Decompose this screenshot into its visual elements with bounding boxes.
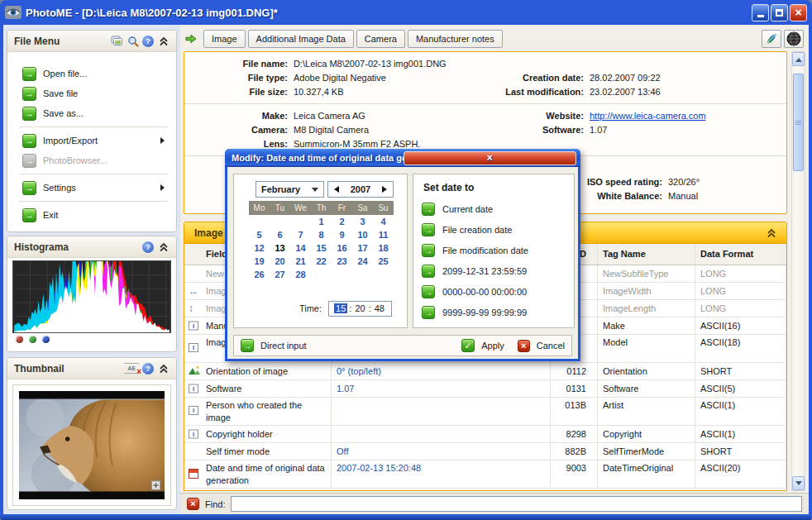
day-cell-18[interactable]: 18 — [373, 241, 394, 255]
set-date-option-current-date[interactable]: Current date — [422, 203, 569, 216]
dialog-close-button[interactable]: × — [404, 151, 577, 165]
id-cell: 8298 — [551, 426, 598, 442]
day-cell-12[interactable]: 12 — [249, 241, 270, 255]
tab-image[interactable]: Image — [203, 30, 246, 48]
auto-exposure-off-icon[interactable]: AE× — [124, 363, 139, 374]
day-cell-16[interactable]: 16 — [332, 241, 352, 255]
collapse-panel-icon[interactable] — [157, 241, 170, 253]
day-cell-13[interactable]: 13 — [270, 241, 290, 255]
time-field[interactable]: 15:20:48 — [328, 301, 392, 317]
day-cell-26[interactable]: 26 — [249, 268, 270, 281]
day-cell-10[interactable]: 10 — [352, 228, 373, 241]
time-segment-1[interactable]: 20 — [353, 303, 366, 313]
day-cell-23[interactable]: 23 — [332, 255, 352, 268]
day-cell-21[interactable]: 21 — [290, 255, 311, 268]
menu-item-settings[interactable]: Settings — [7, 178, 176, 198]
scrollbar-thumb[interactable] — [793, 74, 804, 171]
day-cell-11[interactable]: 11 — [373, 228, 394, 241]
table-row-artist[interactable]: IPerson who created the image013BArtistA… — [184, 398, 786, 426]
tab-additional-image-data[interactable]: Additional Image Data — [248, 30, 354, 48]
day-cell-8[interactable]: 8 — [311, 228, 332, 241]
day-cell-4[interactable]: 4 — [373, 215, 394, 228]
day-cell-19[interactable]: 19 — [249, 255, 270, 268]
day-cell-17[interactable]: 17 — [352, 241, 373, 255]
histogram-dot-0[interactable] — [16, 336, 23, 343]
direct-input-button[interactable]: Direct input — [241, 339, 307, 352]
day-cell-7[interactable]: 7 — [290, 228, 311, 241]
collapse-panel-icon[interactable] — [157, 362, 170, 374]
tab-manufacturer-notes[interactable]: Manufacturer notes — [408, 30, 503, 48]
website-link[interactable]: http://www.leica-camera.com — [590, 111, 706, 121]
prev-year-button[interactable] — [331, 186, 339, 193]
day-cell-5[interactable]: 5 — [249, 228, 270, 241]
day-cell-15[interactable]: 15 — [311, 241, 332, 255]
table-row-datetimeoriginal[interactable]: Date and time of original data generatio… — [184, 460, 786, 489]
help-icon[interactable]: ? — [142, 36, 154, 47]
table-row-copyright[interactable]: ICopyright holder8298CopyrightASCII(1) — [184, 426, 786, 443]
tag-name-cell: DateTimeOriginal — [598, 460, 695, 488]
value-cell — [332, 426, 551, 442]
set-date-option-0000-00-00-00-00-00[interactable]: 0000-00-00 00:00:00 — [422, 285, 569, 298]
day-cell-1[interactable]: 1 — [311, 215, 332, 228]
menu-item-exit[interactable]: Exit — [7, 205, 176, 225]
set-date-option-file-modification-date[interactable]: File modification date — [422, 244, 569, 257]
day-cell-9[interactable]: 9 — [332, 228, 352, 241]
minimize-button[interactable] — [752, 4, 769, 21]
cancel-button[interactable]: ×Cancel — [518, 339, 565, 352]
set-date-option-label: 2099-12-31 23:59:59 — [442, 266, 527, 276]
menu-item-save-as[interactable]: Save as... — [7, 103, 176, 123]
arrow-icon — [22, 181, 36, 195]
day-cell-24[interactable]: 24 — [352, 255, 373, 268]
maximize-button[interactable] — [771, 4, 788, 21]
month-dropdown[interactable]: February — [256, 181, 324, 198]
edit-pen-button[interactable] — [762, 30, 781, 48]
day-cell-20[interactable]: 20 — [270, 255, 290, 268]
day-cell-22[interactable]: 22 — [311, 255, 332, 268]
menu-item-open-file[interactable]: Open file... — [7, 64, 176, 83]
collapse-section-icon[interactable] — [767, 228, 776, 238]
menu-item-save-file[interactable]: Save file — [7, 83, 176, 103]
help-icon[interactable]: ? — [142, 241, 154, 253]
time-segment-2[interactable]: 48 — [373, 303, 386, 313]
set-date-option-file-creation-date[interactable]: File creation date — [422, 223, 569, 236]
day-cell-14[interactable]: 14 — [290, 241, 311, 255]
next-year-button[interactable] — [382, 186, 390, 193]
histogram-dot-1[interactable] — [29, 336, 36, 343]
day-cell-27[interactable]: 27 — [270, 268, 290, 281]
day-cell-2[interactable]: 2 — [332, 215, 352, 228]
menu-item-label: Exit — [43, 210, 58, 220]
day-cell-28[interactable]: 28 — [290, 268, 311, 281]
submenu-arrow-icon — [160, 184, 168, 191]
set-date-option-2099-12-31-23-59-59[interactable]: 2099-12-31 23:59:59 — [422, 265, 569, 278]
thumbnail-image[interactable] — [12, 384, 171, 506]
table-row-software[interactable]: ISoftware1.070131SoftwareASCII(5) — [184, 380, 786, 398]
close-find-button[interactable]: × — [187, 498, 199, 510]
empty-day-cell — [270, 215, 290, 228]
weekday-label: Th — [311, 201, 332, 215]
set-date-option-label: File creation date — [442, 225, 512, 235]
day-cell-3[interactable]: 3 — [352, 215, 373, 228]
day-cell-25[interactable]: 25 — [373, 255, 394, 268]
scroll-down-button[interactable] — [792, 476, 805, 490]
table-row-orientation[interactable]: Orientation of image0° (top/left)0112Ori… — [184, 363, 786, 380]
table-row-selftimermode[interactable]: Self timer modeOff882BSelfTimerModeSHORT — [184, 443, 786, 460]
column-header-data-format[interactable]: Data Format — [695, 244, 786, 265]
search-icon[interactable] — [127, 35, 139, 47]
tab-camera[interactable]: Camera — [356, 30, 405, 48]
globe-button[interactable] — [784, 30, 804, 48]
find-input[interactable] — [231, 496, 802, 512]
photos-icon[interactable] — [111, 35, 123, 47]
histogram-dot-2[interactable] — [42, 336, 50, 343]
check-icon: ✓ — [461, 339, 475, 352]
day-cell-6[interactable]: 6 — [270, 228, 290, 241]
time-segment-0[interactable]: 15 — [334, 303, 347, 313]
content-scrollbar[interactable] — [791, 51, 805, 491]
help-icon[interactable]: ? — [142, 363, 154, 374]
column-header-tag-name[interactable]: Tag Name — [598, 244, 695, 265]
collapse-panel-icon[interactable] — [157, 35, 170, 47]
close-button[interactable]: × — [790, 4, 807, 21]
apply-button[interactable]: ✓Apply — [461, 339, 504, 352]
scroll-up-button[interactable] — [792, 52, 805, 66]
menu-item-import-export[interactable]: Import/Export — [7, 131, 176, 150]
set-date-option-9999-99-99-99-99-99[interactable]: 9999-99-99 99:99:99 — [422, 306, 569, 319]
